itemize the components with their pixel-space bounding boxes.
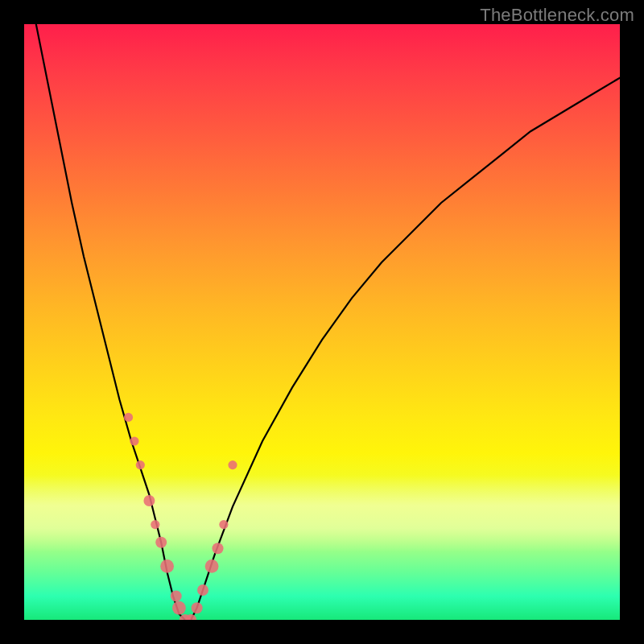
chart-svg [24, 24, 620, 620]
data-marker [151, 520, 159, 529]
data-marker [172, 601, 186, 615]
data-marker [130, 436, 138, 445]
data-marker [205, 559, 219, 573]
data-marker [219, 520, 228, 529]
data-marker [124, 413, 133, 422]
data-marker [136, 460, 145, 469]
chart-frame: TheBottleneck.com [0, 0, 644, 644]
data-marker [160, 559, 174, 573]
plot-area [24, 24, 620, 620]
data-marker [155, 537, 167, 548]
data-marker [197, 584, 208, 596]
bottleneck-curve [24, 24, 620, 620]
data-markers [124, 413, 237, 620]
data-marker [228, 460, 237, 469]
data-marker [171, 590, 182, 601]
data-marker [213, 543, 224, 554]
data-marker [192, 602, 203, 613]
watermark-text: TheBottleneck.com [480, 5, 634, 26]
data-marker [143, 495, 155, 506]
